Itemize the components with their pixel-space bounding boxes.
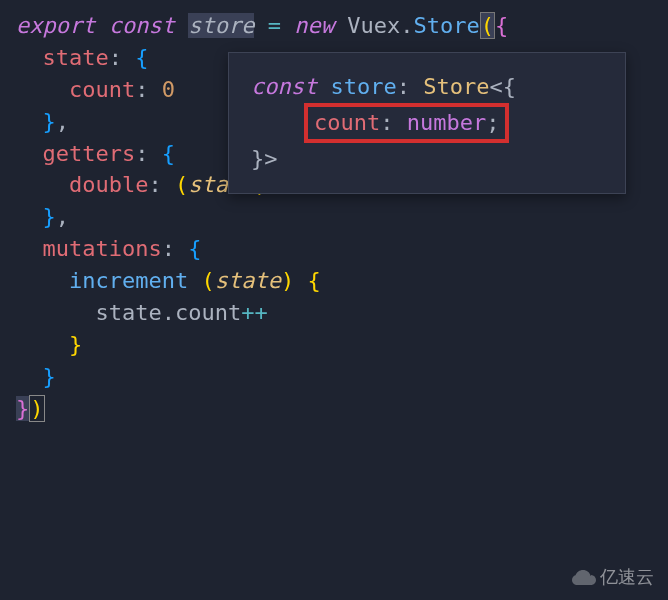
- class-store: Store: [413, 13, 479, 38]
- code-line-12: }: [16, 361, 652, 393]
- brace-close: }: [43, 109, 56, 134]
- brace-open: {: [135, 45, 148, 70]
- tt-angle-open: <: [489, 74, 502, 99]
- code-line-8: mutations: {: [16, 233, 652, 265]
- tt-type-number: number: [407, 110, 486, 135]
- colon: :: [148, 172, 161, 197]
- brace-open: {: [162, 141, 175, 166]
- tt-variable: store: [330, 74, 396, 99]
- operator-eq: =: [268, 13, 281, 38]
- paren-open-matched: (: [480, 12, 495, 39]
- operator-inc: ++: [241, 300, 268, 325]
- dot: .: [162, 300, 175, 325]
- code-line-7: },: [16, 201, 652, 233]
- function-increment: increment: [69, 268, 188, 293]
- prop-getters: getters: [43, 141, 136, 166]
- brace-close: }: [43, 364, 56, 389]
- tooltip-line-3: }>: [251, 143, 603, 175]
- paren-close: ): [281, 268, 294, 293]
- tt-type-store: Store: [423, 74, 489, 99]
- tt-keyword-const: const: [251, 74, 317, 99]
- code-line-13: }): [16, 393, 652, 425]
- paren-close-matched: ): [29, 395, 44, 422]
- dot: .: [400, 13, 413, 38]
- brace-open: {: [307, 268, 320, 293]
- tt-brace-close: }: [251, 146, 264, 171]
- prop-double: double: [69, 172, 148, 197]
- paren-open: (: [175, 172, 188, 197]
- tt-semicolon: ;: [486, 110, 499, 135]
- colon: :: [162, 236, 175, 261]
- member-count: count: [175, 300, 241, 325]
- brace-close: }: [69, 332, 82, 357]
- tt-prop-count: count: [314, 110, 380, 135]
- highlighted-type-annotation: count: number;: [304, 103, 509, 143]
- namespace-vuex: Vuex: [347, 13, 400, 38]
- number-literal: 0: [162, 77, 175, 102]
- brace-open: {: [495, 13, 508, 38]
- tooltip-line-1: const store: Store<{: [251, 71, 603, 103]
- colon: :: [109, 45, 122, 70]
- code-line-11: }: [16, 329, 652, 361]
- object-state: state: [95, 300, 161, 325]
- watermark-text: 亿速云: [600, 564, 654, 590]
- variable-store: store: [188, 13, 254, 38]
- code-line-10: state.count++: [16, 297, 652, 329]
- paren-open: (: [201, 268, 214, 293]
- colon: :: [135, 141, 148, 166]
- keyword-new: new: [294, 13, 334, 38]
- cloud-icon: [572, 568, 596, 586]
- watermark: 亿速云: [572, 564, 654, 590]
- param-state: state: [215, 268, 281, 293]
- prop-count: count: [69, 77, 135, 102]
- comma: ,: [56, 109, 69, 134]
- brace-close: }: [16, 396, 29, 421]
- tt-colon: :: [380, 110, 393, 135]
- intellisense-tooltip: const store: Store<{ count: number; }>: [228, 52, 626, 194]
- code-line-1: export const store = new Vuex.Store({: [16, 10, 652, 42]
- tt-angle-close: >: [264, 146, 277, 171]
- tooltip-line-2: count: number;: [251, 103, 603, 143]
- prop-state: state: [43, 45, 109, 70]
- prop-mutations: mutations: [43, 236, 162, 261]
- code-line-9: increment (state) {: [16, 265, 652, 297]
- keyword-export: export: [16, 13, 95, 38]
- brace-close: }: [43, 204, 56, 229]
- colon: :: [135, 77, 148, 102]
- brace-open: {: [188, 236, 201, 261]
- keyword-const: const: [109, 13, 175, 38]
- tt-brace-open: {: [503, 74, 516, 99]
- tt-colon: :: [397, 74, 410, 99]
- comma: ,: [56, 204, 69, 229]
